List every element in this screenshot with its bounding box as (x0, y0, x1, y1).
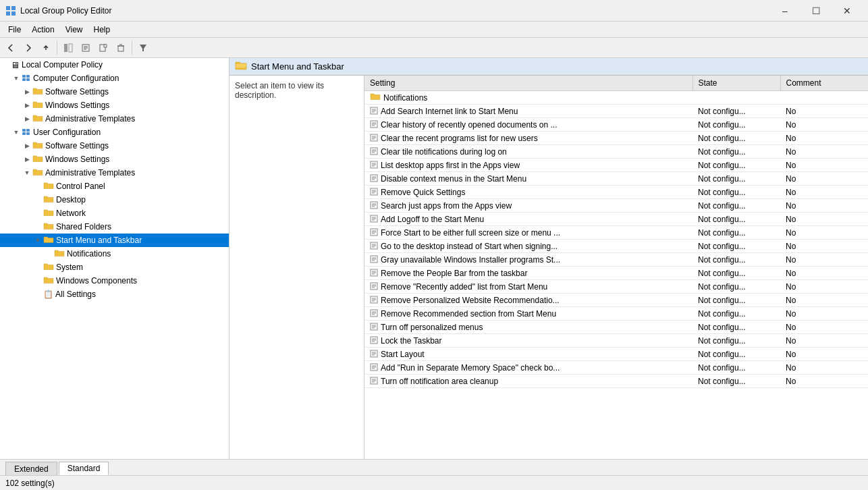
delete-button[interactable] (113, 40, 129, 56)
back-button[interactable] (3, 40, 19, 56)
svg-marker-16 (140, 45, 146, 51)
setting-comment (780, 91, 868, 105)
tree-item-all-settings[interactable]: 📋All Settings (0, 288, 229, 301)
tree-item-control-panel[interactable]: Control Panel (0, 180, 229, 193)
setting-state: Not configu... (693, 199, 780, 213)
main-layout: 🖥Local Computer Policy▼ Computer Configu… (0, 58, 868, 459)
minimize-button[interactable]: – (769, 3, 801, 19)
tree-item-start-menu-taskbar[interactable]: ▼ Start Menu and Taskbar (0, 234, 229, 247)
tree-item-user-configuration[interactable]: ▼ User Configuration (0, 126, 229, 139)
table-row[interactable]: Add "Run in Separate Memory Space" check… (364, 361, 868, 375)
tree-item-software-settings-uc[interactable]: ▶ Software Settings (0, 139, 229, 153)
tree-item-admin-templates-cc[interactable]: ▶ Administrative Templates (0, 112, 229, 126)
tree-item-software-settings-cc[interactable]: ▶ Software Settings (0, 85, 229, 99)
th-comment[interactable]: Comment (780, 76, 868, 91)
table-row[interactable]: Remove "Recently added" list from Start … (364, 280, 868, 294)
table-row[interactable]: Disable context menus in the Start Menu … (364, 172, 868, 186)
table-row[interactable]: Remove Personalized Website Recommendati… (364, 294, 868, 307)
table-row[interactable]: Search just apps from the Apps view Not … (364, 199, 868, 213)
maximize-button[interactable]: ☐ (801, 3, 832, 19)
table-row[interactable]: Clear the recent programs list for new u… (364, 132, 868, 145)
svg-rect-3 (11, 11, 16, 16)
show-hide-button[interactable] (60, 40, 76, 56)
table-area[interactable]: Setting State Comment Notifications (364, 76, 868, 459)
tree-item-windows-components[interactable]: Windows Components (0, 274, 229, 288)
setting-name-cell: Remove Personalized Website Recommendati… (364, 294, 693, 307)
tree-panel: 🖥Local Computer Policy▼ Computer Configu… (0, 58, 229, 459)
tree-item-notifications[interactable]: Notifications (0, 247, 229, 261)
table-row[interactable]: Lock the Taskbar Not configu... No (364, 334, 868, 348)
table-row[interactable]: Remove Quick Settings Not configu... No (364, 186, 868, 199)
table-row[interactable]: Add Logoff to the Start Menu Not configu… (364, 213, 868, 226)
setting-name-cell: Add Logoff to the Start Menu (364, 213, 693, 226)
setting-name: Add Logoff to the Start Menu (381, 215, 484, 224)
table-row[interactable]: Remove Recommended section from Start Me… (364, 307, 868, 321)
setting-comment: No (780, 253, 868, 267)
setting-policy-icon (370, 296, 378, 305)
tree-item-system[interactable]: System (0, 261, 229, 274)
new-button[interactable] (95, 40, 111, 56)
setting-name: Add Search Internet link to Start Menu (381, 107, 518, 116)
table-row[interactable]: Notifications (364, 91, 868, 105)
menu-action[interactable]: Action (26, 24, 59, 36)
menu-help[interactable]: Help (88, 24, 116, 36)
setting-comment: No (780, 321, 868, 334)
setting-comment: No (780, 307, 868, 321)
menu-file[interactable]: File (3, 24, 26, 36)
tree-item-windows-settings-cc[interactable]: ▶ Windows Settings (0, 99, 229, 112)
table-row[interactable]: Turn off personalized menus Not configu.… (364, 321, 868, 334)
tree-item-windows-settings-uc[interactable]: ▶ Windows Settings (0, 153, 229, 166)
tab-standard[interactable]: Standard (59, 462, 109, 475)
setting-state: Not configu... (693, 267, 780, 280)
setting-name-cell: Clear tile notifications during log on (364, 145, 693, 159)
table-row[interactable]: Clear history of recently opened documen… (364, 118, 868, 132)
tree-item-shared-folders[interactable]: Shared Folders (0, 220, 229, 234)
setting-name-cell: Go to the desktop instead of Start when … (364, 240, 693, 253)
table-row[interactable]: List desktop apps first in the Apps view… (364, 159, 868, 172)
th-setting[interactable]: Setting (364, 76, 693, 91)
forward-button[interactable] (20, 40, 36, 56)
tree-label: Administrative Templates (45, 114, 135, 124)
up-button[interactable] (38, 40, 54, 56)
setting-policy-icon (370, 363, 378, 373)
filter-button[interactable] (135, 40, 151, 56)
setting-name: Remove the People Bar from the taskbar (381, 269, 527, 278)
setting-name-cell: Remove "Recently added" list from Start … (364, 280, 693, 294)
properties-button[interactable] (78, 40, 94, 56)
setting-comment: No (780, 240, 868, 253)
tree-item-admin-templates-uc[interactable]: ▼ Administrative Templates (0, 166, 229, 180)
setting-policy-icon (370, 323, 378, 332)
setting-name-cell: Notifications (364, 91, 693, 105)
table-row[interactable]: Start Layout Not configu... No (364, 348, 868, 361)
setting-name: Gray unavailable Windows Installer progr… (381, 255, 560, 265)
table-row[interactable]: Add Search Internet link to Start Menu N… (364, 105, 868, 118)
svg-rect-17 (22, 75, 26, 78)
tree-item-computer-configuration[interactable]: ▼ Computer Configuration (0, 72, 229, 85)
table-row[interactable]: Remove the People Bar from the taskbar N… (364, 267, 868, 280)
tree-item-desktop[interactable]: Desktop (0, 193, 229, 207)
table-row[interactable]: Go to the desktop instead of Start when … (364, 240, 868, 253)
setting-comment: No (780, 334, 868, 348)
table-row[interactable]: Force Start to be either full screen siz… (364, 226, 868, 240)
th-state[interactable]: State (693, 76, 780, 91)
tree-item-network[interactable]: Network (0, 207, 229, 220)
table-row[interactable]: Clear tile notifications during log on N… (364, 145, 868, 159)
description-panel: Select an item to view its description. (229, 76, 364, 459)
table-row[interactable]: Gray unavailable Windows Installer progr… (364, 253, 868, 267)
setting-name: Lock the Taskbar (381, 336, 442, 346)
table-row[interactable]: Turn off notification area cleanup Not c… (364, 375, 868, 388)
setting-name: Clear history of recently opened documen… (381, 120, 557, 130)
title-bar-left: Local Group Policy Editor (5, 5, 111, 16)
setting-name: Turn off personalized menus (381, 323, 483, 332)
svg-rect-18 (26, 75, 30, 78)
setting-comment: No (780, 199, 868, 213)
setting-comment: No (780, 280, 868, 294)
close-button[interactable]: ✕ (832, 3, 863, 19)
tree-label: Software Settings (45, 87, 109, 97)
setting-policy-icon (370, 336, 378, 346)
tab-extended[interactable]: Extended (5, 462, 57, 475)
tree-item-local-computer-policy[interactable]: 🖥Local Computer Policy (0, 58, 229, 72)
setting-comment: No (780, 132, 868, 145)
menu-view[interactable]: View (60, 24, 88, 36)
content-area: Select an item to view its description. … (229, 76, 868, 459)
